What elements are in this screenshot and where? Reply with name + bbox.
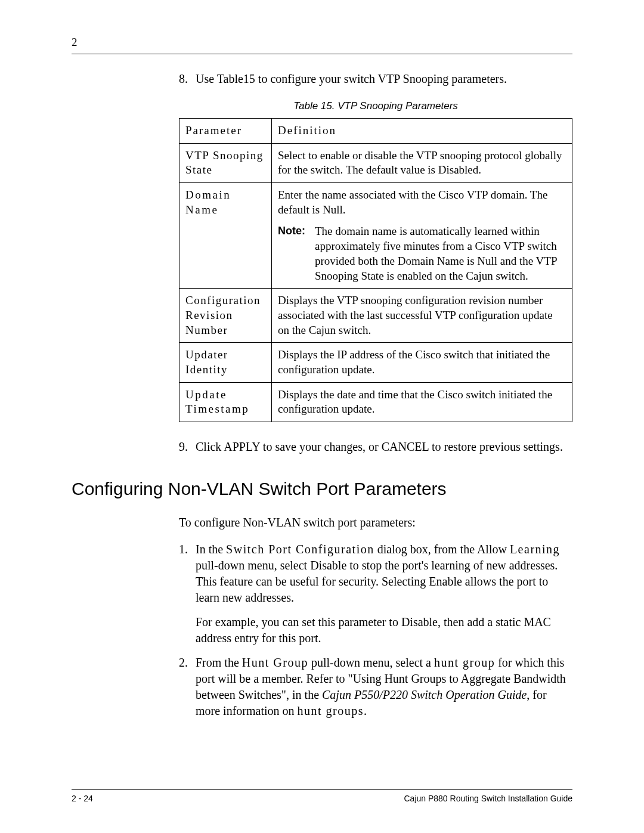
cell-def: Displays the date and time that the Cisc… [272,382,572,422]
cell-def: Displays the IP address of the Cisco swi… [272,343,572,382]
table-caption: Table 15. VTP Snooping Parameters [179,100,572,112]
cell-param: Domain Name [179,183,272,289]
step-number: 2. [179,655,196,719]
doc-title: Cajun P880 Routing Switch Installation G… [404,794,572,803]
text-seg-spaced: Hunt Group [242,656,308,669]
cell-param: Update Timestamp [179,382,272,422]
section-heading: Configuring Non-VLAN Switch Port Paramet… [72,479,572,499]
table-row: VTP Snooping State Select to enable or d… [179,143,572,182]
table-row: Updater Identity Displays the IP address… [179,343,572,382]
cell-param: Configuration Revision Number [179,289,272,343]
vtp-snooping-table: Parameter Definition VTP Snooping State … [179,118,572,422]
page-header: 2 [72,36,572,49]
step-1: 1. In the Switch Port Configuration dial… [179,541,572,646]
step-text: From the Hunt Group pull-down menu, sele… [196,655,572,719]
cell-param: VTP Snooping State [179,143,272,182]
text-seg: . [364,704,367,717]
step-text: Use Table15 to configure your switch VTP… [196,71,572,87]
text-seg-spaced: Learning [510,543,560,556]
text-seg-spaced: hunt groups [298,704,364,717]
step-text: In the Switch Port Configuration dialog … [196,541,572,646]
page-number: 2 - 24 [72,794,93,803]
page-footer: 2 - 24 Cajun P880 Routing Switch Install… [72,789,572,803]
text-seg-spaced: hunt group [434,656,495,669]
col-definition: Definition [272,119,572,144]
col-parameter: Parameter [179,119,272,144]
text-seg: In the [196,543,226,556]
cell-def: Select to enable or disable the VTP snoo… [272,143,572,182]
note-text: The domain name is automatically learned… [315,224,566,283]
note-block: Note: The domain name is automatically l… [278,224,566,283]
step-number: 1. [179,541,196,646]
chapter-number: 2 [72,36,78,49]
cell-def-main: Enter the name associated with the Cisco… [278,188,566,217]
cell-param: Updater Identity [179,343,272,382]
note-label: Note: [278,224,315,283]
step-text: Click APPLY to save your changes, or CAN… [196,439,572,455]
text-seg: From the [196,656,242,669]
cell-def: Displays the VTP snooping configuration … [272,289,572,343]
step-8: 8. Use Table15 to configure your switch … [179,71,572,87]
table-row: Configuration Revision Number Displays t… [179,289,572,343]
table-row: Update Timestamp Displays the date and t… [179,382,572,422]
table-header-row: Parameter Definition [179,119,572,144]
text-paragraph: For example, you can set this parameter … [196,614,572,646]
page: 2 8. Use Table15 to configure your switc… [0,0,644,833]
intro-line: To configure Non-VLAN switch port parame… [179,516,572,529]
step-number: 9. [179,439,196,455]
table-row: Domain Name Enter the name associated wi… [179,183,572,289]
text-seg: pull-down menu, select a [308,656,434,669]
text-seg-spaced: Switch Port Configuration [226,543,374,556]
step-9: 9. Click APPLY to save your changes, or … [179,439,572,455]
body: 8. Use Table15 to configure your switch … [72,54,572,789]
step-number: 8. [179,71,196,87]
text-seg-italic: Cajun P550/P220 Switch Operation Guide [322,688,527,701]
text-seg: pull-down menu, select Disable to stop t… [196,559,558,604]
text-seg: dialog box, from the Allow [374,543,510,556]
cell-def: Enter the name associated with the Cisco… [272,183,572,289]
step-2: 2. From the Hunt Group pull-down menu, s… [179,655,572,719]
